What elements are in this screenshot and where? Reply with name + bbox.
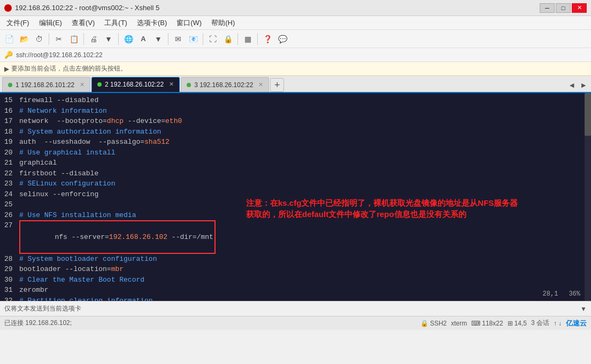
terminal-line-16: 16 # Network information — [4, 106, 582, 117]
window-controls: ─ □ ✕ — [540, 3, 587, 13]
tab-label-2: 2 192.168.26.102:22 — [105, 81, 164, 88]
info-text: 要添加当前会话，点击左侧的箭头按钮。 — [11, 64, 127, 73]
copy-button[interactable]: 📋 — [67, 32, 81, 46]
line-num-31: 31 — [4, 285, 19, 296]
terminal-line-31: 31 zerombr — [4, 285, 582, 296]
line-num-20: 20 — [4, 148, 19, 158]
panel-button[interactable]: ▦ — [241, 32, 255, 46]
connection-status: 已连接 192.168.26.102; — [4, 319, 416, 328]
tab-add-button[interactable]: + — [270, 78, 284, 92]
terminal-line-17: 17 network --bootproto=dhcp --device=eth… — [4, 116, 582, 127]
brand-text: 亿速云 — [566, 319, 587, 328]
terminal-line-23: 23 # SELinux configuration — [4, 179, 582, 189]
font-dropdown[interactable]: ▼ — [151, 32, 165, 46]
upload-download: ↑ ↓ — [554, 320, 562, 327]
terminal-line-22: 22 firstboot --disable — [4, 168, 582, 179]
toolbar-sep-1 — [49, 33, 49, 45]
title-bar: 192.168.26.102:22 - root@vms002:~ - Xshe… — [0, 0, 591, 16]
dropdown-icon[interactable]: ▼ — [580, 305, 587, 313]
cut-button[interactable]: ✂ — [52, 32, 66, 46]
lock-button[interactable]: 🔒 — [221, 32, 235, 46]
sessions-text: 3 会话 — [531, 319, 549, 328]
new-button[interactable]: 📄 — [2, 32, 16, 46]
web-button[interactable]: 🌐 — [121, 32, 135, 46]
tab-next-button[interactable]: ▶ — [578, 78, 589, 92]
tab-navigation: ◀ ▶ — [566, 78, 589, 92]
terminal-wrapper: 15 firewall --disabled 16 # Network info… — [0, 93, 591, 301]
line-num-18: 18 — [4, 127, 19, 137]
compose2-button[interactable]: 📧 — [186, 32, 200, 46]
terminal-position: 28,1 36% — [543, 289, 580, 299]
terminal-line-15: 15 firewall --disabled — [4, 95, 582, 106]
input-hint-text: 仅将文本发送到当前选项卡 — [4, 304, 81, 313]
toolbar-sep-5 — [203, 33, 203, 45]
info-arrow-icon: ▶ — [4, 65, 9, 73]
tab-close-2[interactable]: ✕ — [169, 81, 174, 88]
line-num-16: 16 — [4, 106, 19, 117]
ssh-icon: 🔑 — [4, 51, 13, 59]
toolbar-sep-7 — [257, 33, 258, 45]
close-button[interactable]: ✕ — [572, 3, 587, 13]
menu-tools[interactable]: 工具(T) — [100, 17, 132, 29]
size-text: 118x22 — [482, 320, 503, 327]
menu-edit[interactable]: 编辑(E) — [35, 17, 66, 29]
bottom-right-info: 🔒 SSH2 xterm ⌨ 118x22 ⊞ 14,5 3 会话 ↑ ↓ 亿速… — [420, 319, 587, 328]
history-button[interactable]: ⏱ — [32, 32, 46, 46]
terminal-line-20: 20 # Use graphical install — [4, 148, 582, 158]
scrollbar-track[interactable] — [585, 93, 591, 301]
tab-prev-button[interactable]: ◀ — [566, 78, 577, 92]
cursor-pos-bottom: ⊞ 14,5 — [508, 320, 527, 327]
cursor-pos-text: 14,5 — [515, 320, 527, 327]
print-dropdown[interactable]: ▼ — [102, 32, 116, 46]
terminal-type: xterm — [451, 320, 467, 327]
tab-2[interactable]: 2 192.168.26.102:22 ✕ — [91, 77, 180, 92]
terminal-line-29: 29 bootloader --location=mbr — [4, 264, 582, 275]
line-num-32: 32 — [4, 296, 19, 301]
menu-window[interactable]: 窗口(W) — [172, 17, 206, 29]
line-num-25: 25 — [4, 199, 19, 210]
address-bar: 🔑 ssh://root@192.168.26.102:22 — [0, 48, 591, 62]
maximize-button[interactable]: □ — [556, 3, 571, 13]
menu-help[interactable]: 帮助(H) — [207, 17, 239, 29]
terminal-line-27: 27 nfs --server=192.168.26.102 --dir=/mn… — [4, 220, 582, 254]
menu-tab[interactable]: 选项卡(B) — [133, 17, 171, 29]
size-icon: ⌨ — [471, 320, 480, 327]
bottom-bar: 已连接 192.168.26.102; 🔒 SSH2 xterm ⌨ 118x2… — [0, 316, 591, 330]
ssh-type: SSH2 — [430, 320, 447, 327]
window-title: 192.168.26.102:22 - root@vms002:~ - Xshe… — [15, 4, 540, 12]
status-bar: 仅将文本发送到当前选项卡 ▼ — [0, 301, 591, 316]
line-num-23: 23 — [4, 179, 19, 189]
highlighted-nfs-line: nfs --server=192.168.26.102 --dir=/mnt — [19, 220, 216, 254]
scrollbar-thumb[interactable] — [585, 93, 591, 136]
line-num-29: 29 — [4, 264, 19, 275]
font-button[interactable]: A — [136, 32, 150, 46]
terminal[interactable]: 15 firewall --disabled 16 # Network info… — [0, 93, 591, 301]
print-button[interactable]: 🖨 — [87, 32, 101, 46]
open-button[interactable]: 📂 — [17, 32, 31, 46]
terminal-line-28: 28 # System bootloader configuration — [4, 254, 582, 265]
tab-close-1[interactable]: ✕ — [80, 81, 85, 88]
line-num-22: 22 — [4, 168, 19, 179]
session-count: 3 会话 — [531, 319, 549, 328]
toolbar-sep-6 — [237, 33, 238, 45]
tab-label-3: 3 192.168.26.102:22 — [194, 81, 253, 89]
menu-view[interactable]: 查看(V) — [67, 17, 99, 29]
tab-3[interactable]: 3 192.168.26.102:22 ✕ — [181, 77, 269, 92]
tab-dot-1 — [8, 83, 12, 87]
menu-file[interactable]: 文件(F) — [2, 17, 34, 29]
info-bar: ▶ 要添加当前会话，点击左侧的箭头按钮。 — [0, 62, 591, 76]
toolbar-sep-3 — [118, 33, 119, 45]
tab-1[interactable]: 1 192.168.26.101:22 ✕ — [2, 77, 90, 92]
fullscreen-button[interactable]: ⛶ — [206, 32, 220, 46]
terminal-line-18: 18 # System authorization information — [4, 127, 582, 137]
tab-bar: 1 192.168.26.101:22 ✕ 2 192.168.26.102:2… — [0, 76, 591, 93]
line-num-27: 27 — [4, 220, 19, 231]
toolbar-sep-2 — [83, 33, 84, 45]
terminal-line-32: 32 # Partition clearing information — [4, 296, 582, 301]
compose-button[interactable]: ✉ — [171, 32, 185, 46]
chat-button[interactable]: 💬 — [275, 32, 289, 46]
tab-close-3[interactable]: ✕ — [258, 81, 263, 88]
minimize-button[interactable]: ─ — [540, 3, 555, 13]
lock-status: 🔒 SSH2 — [420, 320, 447, 327]
help-button[interactable]: ❓ — [260, 32, 274, 46]
